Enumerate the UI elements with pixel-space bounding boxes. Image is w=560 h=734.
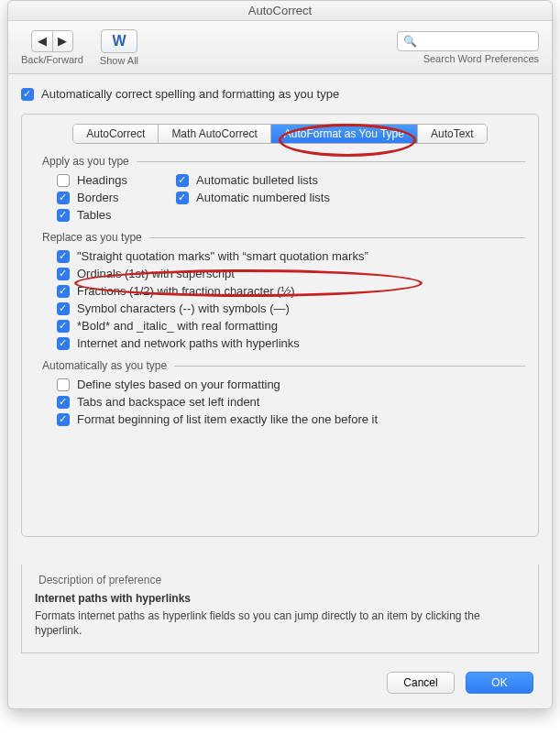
toolbar: ◀ ▶ Back/Forward W Show All 🔍 Search Wor… bbox=[8, 21, 552, 74]
replace-options: "Straight quotation marks" with “smart q… bbox=[57, 249, 525, 350]
search-box[interactable]: 🔍 bbox=[397, 31, 539, 51]
search-icon: 🔍 bbox=[403, 35, 417, 48]
checkbox-tables[interactable] bbox=[57, 209, 70, 222]
back-forward-group: ◀ ▶ Back/Forward bbox=[21, 30, 83, 65]
checkbox-smart-quotes[interactable] bbox=[57, 250, 70, 263]
label-ordinals: Ordinals (1st) with superscript bbox=[77, 267, 235, 280]
label-bulleted-lists: Automatic bulleted lists bbox=[196, 173, 318, 187]
checkbox-ordinals[interactable] bbox=[57, 268, 70, 280]
tab-autoformat-as-you-type[interactable]: AutoFormat as You Type bbox=[271, 125, 418, 143]
section-replace-header: Replace as you type bbox=[42, 231, 525, 244]
master-autocorrect-label: Automatically correct spelling and forma… bbox=[41, 87, 339, 101]
checkbox-bold-italic[interactable] bbox=[57, 320, 70, 333]
search-group: 🔍 Search Word Preferences bbox=[397, 31, 539, 64]
word-icon: W bbox=[112, 33, 126, 49]
checkbox-symbols[interactable] bbox=[57, 302, 70, 315]
checkbox-define-styles[interactable] bbox=[57, 378, 70, 391]
label-borders: Borders bbox=[77, 191, 119, 204]
window-titlebar: AutoCorrect bbox=[8, 1, 552, 21]
footer-buttons: Cancel OK bbox=[387, 672, 533, 694]
segmented-tabs: AutoCorrect Math AutoCorrect AutoFormat … bbox=[72, 124, 487, 144]
forward-button[interactable]: ▶ bbox=[52, 31, 72, 51]
window-title: AutoCorrect bbox=[248, 4, 312, 17]
checkbox-borders[interactable] bbox=[57, 192, 70, 204]
checkbox-numbered-lists[interactable] bbox=[176, 192, 189, 204]
apply-options: Headings Automatic bulleted lists Border… bbox=[57, 173, 525, 222]
label-define-styles: Define styles based on your formatting bbox=[77, 378, 280, 391]
description-panel: Description of preference Internet paths… bbox=[21, 564, 539, 653]
label-format-list-item: Format beginning of list item exactly li… bbox=[77, 412, 378, 426]
checkbox-headings[interactable] bbox=[57, 174, 70, 187]
back-forward-buttons: ◀ ▶ bbox=[31, 30, 73, 52]
back-button[interactable]: ◀ bbox=[32, 31, 52, 51]
checkbox-bulleted-lists[interactable] bbox=[176, 174, 189, 187]
description-title: Internet paths with hyperlinks bbox=[35, 592, 525, 605]
section-apply-header: Apply as you type bbox=[42, 155, 525, 168]
tab-math-autocorrect[interactable]: Math AutoCorrect bbox=[159, 125, 270, 143]
ok-button[interactable]: OK bbox=[466, 672, 533, 694]
description-text: Formats internet paths as hyperlink fiel… bbox=[35, 608, 525, 638]
label-tables: Tables bbox=[77, 208, 112, 222]
tab-autotext[interactable]: AutoText bbox=[418, 125, 487, 143]
tab-autocorrect[interactable]: AutoCorrect bbox=[73, 125, 159, 143]
label-fractions: Fractions (1/2) with fraction character … bbox=[77, 284, 295, 298]
search-label: Search Word Preferences bbox=[423, 53, 539, 64]
preferences-window: AutoCorrect ◀ ▶ Back/Forward W Show All … bbox=[7, 0, 553, 709]
master-autocorrect-checkbox[interactable] bbox=[21, 88, 34, 101]
triangle-left-icon: ◀ bbox=[38, 34, 47, 48]
label-bold-italic: *Bold* and _italic_ with real formatting bbox=[77, 319, 278, 333]
label-numbered-lists: Automatic numbered lists bbox=[196, 191, 330, 204]
triangle-right-icon: ▶ bbox=[58, 34, 67, 48]
checkbox-internet-paths[interactable] bbox=[57, 337, 70, 350]
master-autocorrect-row: Automatically correct spelling and forma… bbox=[21, 87, 539, 101]
label-smart-quotes: "Straight quotation marks" with “smart q… bbox=[77, 249, 368, 263]
options-panel: AutoCorrect Math AutoCorrect AutoFormat … bbox=[21, 114, 539, 537]
checkbox-format-list-item[interactable] bbox=[57, 413, 70, 426]
section-auto-header: Automatically as you type bbox=[42, 359, 525, 372]
label-tabs-backspace: Tabs and backspace set left indent bbox=[77, 395, 259, 409]
label-symbols: Symbol characters (--) with symbols (—) bbox=[77, 301, 290, 315]
search-input[interactable] bbox=[421, 35, 533, 48]
show-all-button[interactable]: W bbox=[101, 29, 137, 53]
checkbox-tabs-backspace[interactable] bbox=[57, 396, 70, 409]
show-all-group: W Show All bbox=[100, 29, 138, 66]
checkbox-fractions[interactable] bbox=[57, 285, 70, 298]
cancel-button[interactable]: Cancel bbox=[387, 672, 455, 694]
description-header: Description of preference bbox=[35, 574, 525, 586]
label-internet-paths: Internet and network paths with hyperlin… bbox=[77, 336, 300, 350]
label-headings: Headings bbox=[77, 173, 127, 187]
show-all-label: Show All bbox=[100, 55, 138, 66]
body-area: Automatically correct spelling and forma… bbox=[8, 74, 552, 537]
auto-options: Define styles based on your formatting T… bbox=[57, 378, 525, 426]
back-forward-label: Back/Forward bbox=[21, 54, 83, 65]
